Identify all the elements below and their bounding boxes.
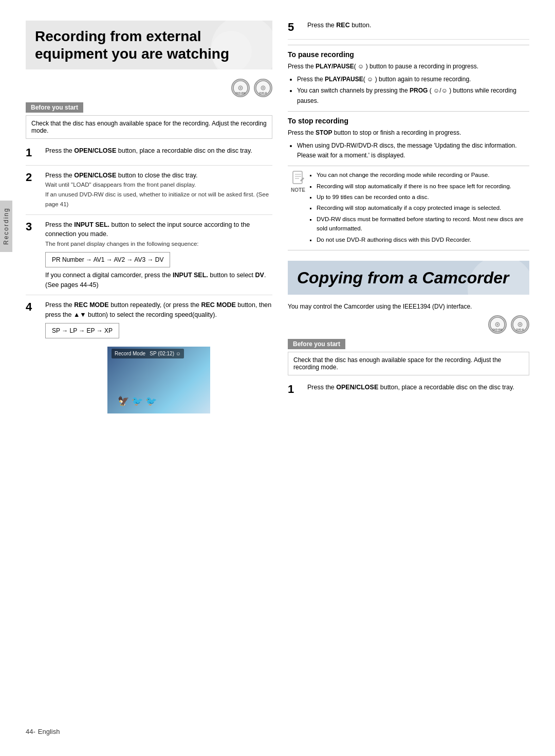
birds-decoration: 🦅 🐦 🐦 [118,394,157,408]
svg-text:DVD-R: DVD-R [260,92,267,95]
page-number: 44- English [26,728,529,735]
svg-point-18 [519,323,521,326]
sequence-box-1: PR Number → AV1 → AV2 → AV3 → DV [45,252,170,267]
note-icon [291,170,305,187]
camcorder-step-1-content: Press the OPEN/CLOSE button, place a rec… [307,383,529,396]
before-start-note: Check that the disc has enough available… [26,115,272,139]
note-item-5: DVD-RW discs must be formatted before st… [317,214,527,233]
step-5-number: 5 [288,21,303,34]
svg-text:DVD-R: DVD-R [516,329,524,331]
recording-tab: Recording [0,201,12,252]
screen-preview: Record Mode SP (02:12) ☺ 🦅 🐦 🐦 [107,347,210,413]
sequence-box-2: SP → LP → EP → XP [45,323,119,338]
stop-text: Press the STOP button to stop or finish … [288,128,529,138]
step-3: 3 Press the INPUT SEL. button to select … [26,220,272,296]
step-3-content: Press the INPUT SEL. button to select th… [45,220,272,290]
camcorder-title: Copying from a Camcorder [297,268,520,287]
divider-1 [288,45,529,45]
divider-2 [288,111,529,112]
svg-text:DVD-RW: DVD-RW [492,329,503,331]
camcorder-step-1-number: 1 [288,383,303,396]
stop-bullet-1: When using DVD-RW/DVD-R discs, the messa… [297,141,529,160]
pause-title: To pause recording [288,50,529,59]
before-start-label: Before you start [26,102,83,113]
footer: 44- English [26,728,529,735]
note-item-6: Do not use DVD-R authoring discs with th… [317,235,527,244]
step-5-content: Press the REC button. [307,21,371,30]
camcorder-step-1: 1 Press the OPEN/CLOSE button, place a r… [288,383,529,401]
camcorder-before-start-note: Check that the disc has enough available… [288,352,529,375]
step-1-content: Press the OPEN/CLOSE button, place a rec… [45,146,272,159]
note-items: You can not change the recording mode wh… [310,170,527,246]
dvd-r-icon: DVD-R [254,79,272,97]
camcorder-dvd-r-icon: DVD-R [511,315,529,334]
svg-point-2 [239,87,242,89]
svg-point-14 [496,323,498,326]
step-4-content: Press the REC MODE button repeatedly, (o… [45,300,272,419]
step-5: 5 Press the REC button. [288,21,529,40]
camcorder-before-start-label: Before you start [288,339,345,349]
step-2-content: Press the OPEN/CLOSE button to close the… [45,171,272,209]
step-3-number: 3 [26,220,41,290]
dvd-rw-icon: DVD-RW [231,79,250,97]
step-4: 4 Press the REC MODE button repeatedly, … [26,300,272,424]
section-title: Recording from external equipment you ar… [35,28,263,62]
note-item-1: You can not change the recording mode wh… [317,170,527,179]
right-column: 5 Press the REC button. To pause recordi… [288,21,529,712]
step-4-number: 4 [26,300,41,419]
pause-bullet-2: You can switch channels by pressing the … [297,86,529,105]
pause-bullets: Press the PLAY/PAUSE( ☺ ) button again t… [297,75,529,106]
svg-text:DVD-RW: DVD-RW [235,92,246,95]
section-title-box: Recording from external equipment you ar… [26,21,272,69]
note-item-3: Up to 99 titles can be recorded onto a d… [317,192,527,202]
step-1: 1 Press the OPEN/CLOSE button, place a r… [26,146,272,165]
camcorder-disc-icons: DVD-RW DVD-R [288,315,529,334]
note-block: NOTE You can not change the recording mo… [288,166,529,250]
step-1-number: 1 [26,146,41,159]
pause-text: Press the PLAY/PAUSE( ☺ ) button to paus… [288,62,529,71]
note-item-4: Recording will stop automatically if a c… [317,203,527,212]
svg-point-6 [262,87,264,89]
disc-icons: DVD-RW DVD-R [26,79,272,97]
camcorder-section: Copying from a Camcorder You may control… [288,261,529,401]
camcorder-intro: You may control the Camcorder using the … [288,302,529,312]
note-label: NOTE [291,187,305,193]
left-column: Recording Recording from external equipm… [26,21,272,712]
step-2-number: 2 [26,171,41,209]
camcorder-title-box: Copying from a Camcorder [288,261,529,295]
stop-title: To stop recording [288,117,529,125]
pause-bullet-1: Press the PLAY/PAUSE( ☺ ) button again t… [297,75,529,84]
step-2: 2 Press the OPEN/CLOSE button to close t… [26,171,272,215]
svg-rect-8 [293,171,302,184]
camcorder-dvd-rw-icon: DVD-RW [488,315,507,334]
note-item-2: Recording will stop automatically if the… [317,182,527,191]
screen-bar: Record Mode SP (02:12) ☺ [112,349,184,358]
stop-bullets: When using DVD-RW/DVD-R discs, the messa… [297,141,529,160]
